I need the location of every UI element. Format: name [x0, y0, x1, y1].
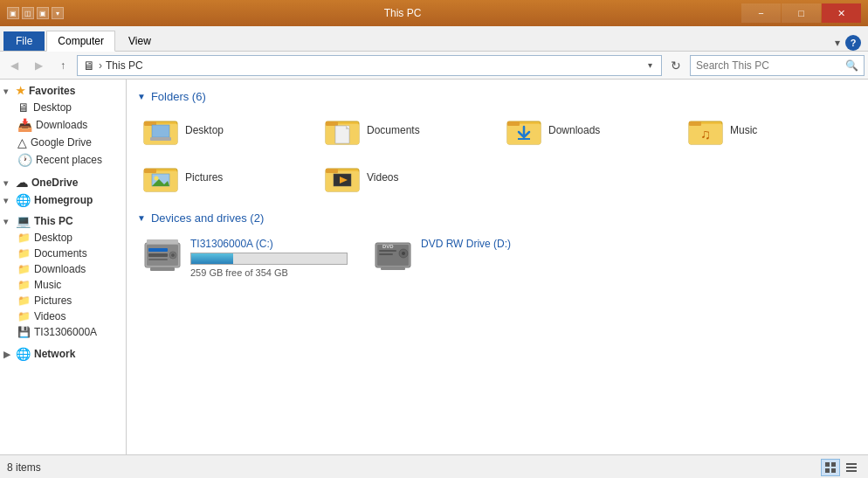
sidebar-item-downloads[interactable]: 📥 Downloads — [0, 116, 126, 134]
svg-rect-4 — [150, 137, 171, 141]
address-bar: ◀ ▶ ↑ 🖥 › This PC ▾ ↻ 🔍 — [0, 52, 868, 80]
c-drive-info: TI31306000A (C:) 259 GB free of 354 GB — [190, 236, 348, 278]
folder-pictures-label: Pictures — [185, 171, 223, 184]
forward-button[interactable]: ▶ — [28, 55, 49, 76]
downloads-folder-icon: 📥 — [17, 118, 32, 132]
maximize-button[interactable]: □ — [782, 3, 821, 23]
thispc-label: This PC — [34, 215, 73, 227]
close-button[interactable]: ✕ — [822, 3, 861, 23]
videos-folder-icon — [325, 162, 360, 193]
folder-grid: Desktop Docum — [137, 110, 858, 197]
svg-rect-20 — [689, 121, 701, 126]
back-button[interactable]: ◀ — [3, 55, 24, 76]
sidebar-favorites-header[interactable]: ▾ ★ Favorites — [0, 83, 126, 99]
svg-rect-37 — [148, 259, 168, 260]
svg-rect-44 — [379, 250, 396, 252]
svg-rect-16 — [507, 121, 520, 126]
svg-rect-54 — [846, 463, 857, 465]
quick-access-icon[interactable]: ▾ — [52, 7, 64, 19]
sidebar: ▾ ★ Favorites 🖥 Desktop 📥 Downloads △ Go… — [0, 80, 127, 454]
music-folder-icon: ♫ — [688, 114, 723, 146]
sidebar-pc-videos-label: Videos — [34, 310, 65, 322]
collapse-ribbon-icon[interactable]: ▾ — [835, 37, 840, 49]
folder-item-documents[interactable]: Documents — [319, 110, 493, 150]
downloads-folder-icon-content — [506, 114, 541, 146]
sidebar-item-recent[interactable]: 🕐 Recent places — [0, 151, 126, 169]
sidebar-item-pc-downloads[interactable]: 📁 Downloads — [0, 261, 126, 277]
path-separator: › — [99, 59, 102, 72]
refresh-button[interactable]: ↻ — [665, 55, 686, 76]
thispc-expand-icon: ▾ — [3, 217, 14, 226]
tab-view[interactable]: View — [117, 31, 162, 51]
sidebar-pc-drive-label: TI31306000A — [34, 326, 97, 338]
main-layout: ▾ ★ Favorites 🖥 Desktop 📥 Downloads △ Go… — [0, 80, 868, 454]
folder-item-desktop[interactable]: Desktop — [137, 110, 312, 150]
network-label: Network — [34, 348, 75, 360]
search-box[interactable]: 🔍 — [690, 55, 865, 76]
folders-section-header: ▼ Folders (6) — [137, 90, 858, 103]
sidebar-network[interactable]: ▶ 🌐 Network — [0, 345, 126, 363]
tab-file[interactable]: File — [3, 31, 45, 51]
minimize-button[interactable]: − — [741, 3, 781, 23]
system-icon-1[interactable]: ▣ — [7, 7, 19, 19]
sidebar-onedrive[interactable]: ▾ ☁ OneDrive — [0, 174, 126, 191]
drive-item-d[interactable]: DVD DVD RW Drive (D:) — [368, 232, 560, 282]
pictures-folder-icon — [143, 162, 178, 193]
address-dropdown-icon[interactable]: ▾ — [644, 60, 656, 70]
onedrive-expand-icon: ▾ — [3, 178, 14, 188]
svg-rect-41 — [147, 239, 178, 244]
view-list-button[interactable] — [842, 459, 861, 476]
address-input[interactable]: 🖥 › This PC ▾ — [77, 55, 662, 76]
help-icon[interactable]: ? — [845, 35, 861, 51]
folder-item-music[interactable]: ♫ Music — [682, 110, 857, 150]
sidebar-item-pc-desktop[interactable]: 📁 Desktop — [0, 230, 126, 246]
desktop-folder-icon — [143, 114, 178, 146]
homegroup-label: Homegroup — [34, 194, 93, 206]
title-bar: ▣ ◫ ▣ ▾ This PC − □ ✕ — [0, 0, 868, 26]
sidebar-item-pc-drive[interactable]: 💾 TI31306000A — [0, 324, 126, 340]
folder-item-videos[interactable]: Videos — [319, 157, 493, 197]
path-pc-icon: 🖥 — [83, 59, 95, 73]
documents-folder-icon — [325, 114, 360, 146]
svg-rect-30 — [326, 169, 338, 173]
folder-desktop-label: Desktop — [185, 124, 224, 136]
sidebar-item-pc-music[interactable]: 📁 Music — [0, 277, 126, 293]
tab-computer[interactable]: Computer — [46, 31, 115, 52]
search-input[interactable] — [696, 59, 842, 72]
favorites-star-icon: ★ — [16, 85, 25, 97]
content-area: ▼ Folders (6) Desktop — [127, 80, 868, 454]
system-icon-3[interactable]: ▣ — [37, 7, 49, 19]
sidebar-recent-label: Recent places — [36, 154, 102, 166]
network-icon: 🌐 — [16, 347, 31, 361]
devices-collapse-icon[interactable]: ▼ — [137, 213, 146, 223]
d-drive-icon: DVD — [374, 236, 412, 274]
folders-collapse-icon[interactable]: ▼ — [137, 92, 146, 101]
svg-rect-50 — [825, 462, 830, 467]
favorites-expand-icon: ▾ — [3, 87, 14, 96]
up-button[interactable]: ↑ — [52, 55, 73, 76]
devices-section-header: ▼ Devices and drives (2) — [137, 211, 858, 225]
view-grid-button[interactable] — [821, 459, 840, 476]
folder-item-downloads[interactable]: Downloads — [500, 110, 675, 150]
path-label: This PC — [106, 59, 143, 72]
sidebar-desktop-label: Desktop — [33, 101, 72, 114]
sidebar-item-desktop[interactable]: 🖥 Desktop — [0, 99, 126, 116]
address-path: 🖥 › This PC — [83, 59, 143, 73]
pc-downloads-icon: 📁 — [17, 263, 31, 275]
system-icon-2[interactable]: ◫ — [22, 7, 34, 19]
c-drive-progress-bar — [190, 253, 348, 265]
sidebar-thispc-header[interactable]: ▾ 💻 This PC — [0, 212, 126, 230]
drive-item-c[interactable]: TI31306000A (C:) 259 GB free of 354 GB — [137, 232, 354, 282]
sidebar-item-googledrive[interactable]: △ Google Drive — [0, 134, 126, 151]
sidebar-item-pc-pictures[interactable]: 📁 Pictures — [0, 293, 126, 308]
desktop-folder-icon: 🖥 — [17, 100, 30, 114]
sidebar-item-pc-documents[interactable]: 📁 Documents — [0, 246, 126, 261]
recent-icon: 🕐 — [17, 153, 32, 167]
sidebar-item-pc-videos[interactable]: 📁 Videos — [0, 308, 126, 324]
sidebar-gdrive-label: Google Drive — [31, 136, 92, 149]
sidebar-homegroup[interactable]: ▾ 🌐 Homegroup — [0, 191, 126, 209]
folder-item-pictures[interactable]: Pictures — [137, 157, 312, 197]
svg-text:DVD: DVD — [382, 244, 394, 249]
title-icons: ▣ ◫ ▣ ▾ — [7, 7, 64, 19]
homegroup-icon: 🌐 — [16, 193, 31, 207]
